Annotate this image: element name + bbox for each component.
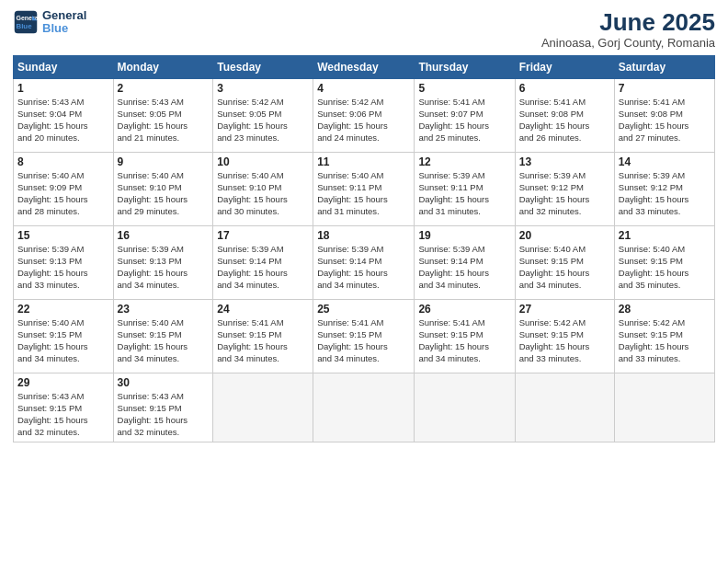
day-number: 6 [519, 82, 610, 95]
header: General Blue General Blue June 2025 Anin… [13, 9, 715, 50]
calendar-week-5: 29Sunrise: 5:43 AM Sunset: 9:15 PM Dayli… [14, 373, 715, 442]
calendar-cell: 2Sunrise: 5:43 AM Sunset: 9:05 PM Daylig… [113, 78, 213, 152]
calendar-cell: 13Sunrise: 5:39 AM Sunset: 9:12 PM Dayli… [515, 152, 614, 225]
day-info: Sunrise: 5:40 AM Sunset: 9:11 PM Dayligh… [317, 169, 410, 218]
day-info: Sunrise: 5:42 AM Sunset: 9:15 PM Dayligh… [519, 316, 610, 365]
page: General Blue General Blue June 2025 Anin… [0, 0, 728, 563]
calendar-header-row: SundayMondayTuesdayWednesdayThursdayFrid… [14, 55, 715, 78]
calendar-cell: 17Sunrise: 5:39 AM Sunset: 9:14 PM Dayli… [213, 225, 313, 299]
month-title: June 2025 [541, 9, 715, 36]
day-number: 28 [619, 303, 711, 316]
day-info: Sunrise: 5:39 AM Sunset: 9:14 PM Dayligh… [418, 243, 510, 292]
day-number: 10 [217, 155, 309, 168]
svg-text:Blue: Blue [17, 22, 33, 30]
calendar-week-4: 22Sunrise: 5:40 AM Sunset: 9:15 PM Dayli… [14, 299, 715, 373]
weekday-header-monday: Monday [113, 55, 213, 78]
day-number: 1 [17, 82, 109, 95]
day-number: 14 [619, 155, 711, 168]
day-number: 17 [217, 229, 309, 242]
day-number: 24 [217, 303, 309, 316]
day-info: Sunrise: 5:40 AM Sunset: 9:10 PM Dayligh… [118, 169, 210, 218]
calendar-week-3: 15Sunrise: 5:39 AM Sunset: 9:13 PM Dayli… [14, 225, 715, 299]
day-info: Sunrise: 5:40 AM Sunset: 9:15 PM Dayligh… [619, 243, 711, 292]
calendar-cell: 27Sunrise: 5:42 AM Sunset: 9:15 PM Dayli… [515, 299, 614, 373]
calendar-cell [313, 373, 415, 442]
day-info: Sunrise: 5:43 AM Sunset: 9:04 PM Dayligh… [17, 96, 109, 144]
day-info: Sunrise: 5:42 AM Sunset: 9:06 PM Dayligh… [317, 96, 410, 144]
calendar-cell: 1Sunrise: 5:43 AM Sunset: 9:04 PM Daylig… [14, 78, 114, 152]
calendar-cell: 6Sunrise: 5:41 AM Sunset: 9:08 PM Daylig… [515, 78, 614, 152]
title-block: June 2025 Aninoasa, Gorj County, Romania [541, 9, 715, 50]
day-info: Sunrise: 5:41 AM Sunset: 9:07 PM Dayligh… [418, 96, 510, 144]
day-number: 5 [418, 82, 510, 95]
weekday-header-friday: Friday [515, 55, 614, 78]
calendar-cell: 12Sunrise: 5:39 AM Sunset: 9:11 PM Dayli… [415, 152, 515, 225]
calendar-cell: 15Sunrise: 5:39 AM Sunset: 9:13 PM Dayli… [14, 225, 114, 299]
day-info: Sunrise: 5:39 AM Sunset: 9:14 PM Dayligh… [217, 243, 309, 292]
calendar-cell: 7Sunrise: 5:41 AM Sunset: 9:08 PM Daylig… [614, 78, 714, 152]
weekday-header-tuesday: Tuesday [213, 55, 313, 78]
logo-general: General [42, 9, 86, 22]
day-info: Sunrise: 5:40 AM Sunset: 9:09 PM Dayligh… [17, 169, 109, 218]
calendar-cell: 26Sunrise: 5:41 AM Sunset: 9:15 PM Dayli… [415, 299, 515, 373]
day-number: 13 [519, 155, 610, 168]
day-info: Sunrise: 5:40 AM Sunset: 9:10 PM Dayligh… [217, 169, 309, 218]
calendar-cell [213, 373, 313, 442]
day-number: 7 [619, 82, 711, 95]
calendar-week-1: 1Sunrise: 5:43 AM Sunset: 9:04 PM Daylig… [14, 78, 715, 152]
day-info: Sunrise: 5:39 AM Sunset: 9:12 PM Dayligh… [619, 169, 711, 218]
calendar-cell: 20Sunrise: 5:40 AM Sunset: 9:15 PM Dayli… [515, 225, 614, 299]
calendar-cell: 28Sunrise: 5:42 AM Sunset: 9:15 PM Dayli… [614, 299, 714, 373]
calendar-cell: 16Sunrise: 5:39 AM Sunset: 9:13 PM Dayli… [113, 225, 213, 299]
calendar-cell: 10Sunrise: 5:40 AM Sunset: 9:10 PM Dayli… [213, 152, 313, 225]
day-number: 15 [17, 229, 109, 242]
day-info: Sunrise: 5:43 AM Sunset: 9:15 PM Dayligh… [118, 390, 210, 439]
day-info: Sunrise: 5:39 AM Sunset: 9:14 PM Dayligh… [317, 243, 410, 292]
calendar-cell: 9Sunrise: 5:40 AM Sunset: 9:10 PM Daylig… [113, 152, 213, 225]
day-info: Sunrise: 5:41 AM Sunset: 9:08 PM Dayligh… [519, 96, 610, 144]
day-number: 29 [17, 376, 109, 389]
location: Aninoasa, Gorj County, Romania [541, 36, 715, 50]
day-info: Sunrise: 5:43 AM Sunset: 9:05 PM Dayligh… [118, 96, 210, 144]
day-number: 18 [317, 229, 410, 242]
day-number: 2 [118, 82, 210, 95]
day-number: 23 [118, 303, 210, 316]
calendar-week-2: 8Sunrise: 5:40 AM Sunset: 9:09 PM Daylig… [14, 152, 715, 225]
day-info: Sunrise: 5:43 AM Sunset: 9:15 PM Dayligh… [17, 390, 109, 439]
day-number: 12 [418, 155, 510, 168]
calendar-cell: 19Sunrise: 5:39 AM Sunset: 9:14 PM Dayli… [415, 225, 515, 299]
day-number: 30 [118, 376, 210, 389]
logo-icon: General Blue [13, 9, 39, 35]
logo: General Blue General Blue [13, 9, 86, 36]
day-info: Sunrise: 5:39 AM Sunset: 9:11 PM Dayligh… [418, 169, 510, 218]
calendar-cell: 29Sunrise: 5:43 AM Sunset: 9:15 PM Dayli… [14, 373, 114, 442]
day-info: Sunrise: 5:39 AM Sunset: 9:12 PM Dayligh… [519, 169, 610, 218]
day-info: Sunrise: 5:42 AM Sunset: 9:15 PM Dayligh… [619, 316, 711, 365]
day-number: 20 [519, 229, 610, 242]
calendar-cell: 8Sunrise: 5:40 AM Sunset: 9:09 PM Daylig… [14, 152, 114, 225]
calendar-cell: 24Sunrise: 5:41 AM Sunset: 9:15 PM Dayli… [213, 299, 313, 373]
day-info: Sunrise: 5:40 AM Sunset: 9:15 PM Dayligh… [118, 316, 210, 365]
calendar-cell: 23Sunrise: 5:40 AM Sunset: 9:15 PM Dayli… [113, 299, 213, 373]
calendar-table: SundayMondayTuesdayWednesdayThursdayFrid… [13, 55, 715, 442]
day-info: Sunrise: 5:39 AM Sunset: 9:13 PM Dayligh… [17, 243, 109, 292]
calendar-cell: 3Sunrise: 5:42 AM Sunset: 9:05 PM Daylig… [213, 78, 313, 152]
day-number: 9 [118, 155, 210, 168]
day-number: 22 [17, 303, 109, 316]
day-info: Sunrise: 5:42 AM Sunset: 9:05 PM Dayligh… [217, 96, 309, 144]
calendar-cell: 11Sunrise: 5:40 AM Sunset: 9:11 PM Dayli… [313, 152, 415, 225]
day-info: Sunrise: 5:41 AM Sunset: 9:15 PM Dayligh… [418, 316, 510, 365]
calendar-cell: 21Sunrise: 5:40 AM Sunset: 9:15 PM Dayli… [614, 225, 714, 299]
calendar-cell [614, 373, 714, 442]
logo-blue: Blue [42, 22, 86, 35]
weekday-header-sunday: Sunday [14, 55, 114, 78]
day-info: Sunrise: 5:41 AM Sunset: 9:15 PM Dayligh… [217, 316, 309, 365]
calendar-cell: 22Sunrise: 5:40 AM Sunset: 9:15 PM Dayli… [14, 299, 114, 373]
day-number: 26 [418, 303, 510, 316]
calendar-cell: 18Sunrise: 5:39 AM Sunset: 9:14 PM Dayli… [313, 225, 415, 299]
day-info: Sunrise: 5:41 AM Sunset: 9:08 PM Dayligh… [619, 96, 711, 144]
day-number: 16 [118, 229, 210, 242]
calendar-cell [415, 373, 515, 442]
calendar-cell: 14Sunrise: 5:39 AM Sunset: 9:12 PM Dayli… [614, 152, 714, 225]
weekday-header-saturday: Saturday [614, 55, 714, 78]
